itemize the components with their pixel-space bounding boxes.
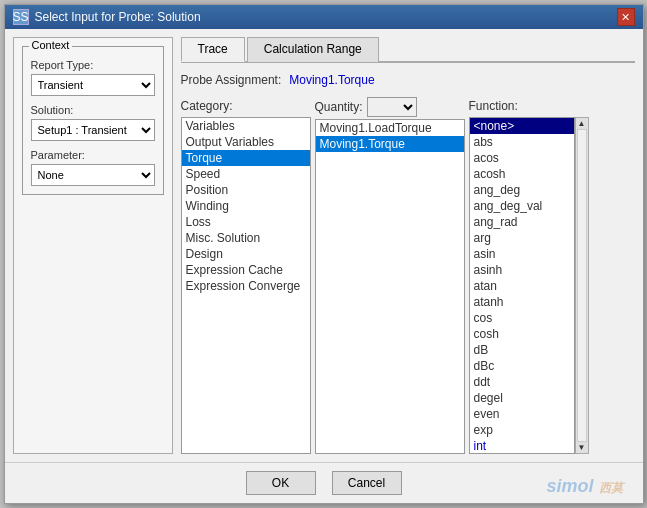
content-area: Context Report Type: Transient Solution:…: [5, 29, 643, 462]
list-item[interactable]: Expression Converge: [182, 278, 310, 294]
quantity-header-row: Quantity:: [315, 97, 465, 117]
function-header: Function:: [469, 97, 589, 115]
solution-row: Solution: Setup1 : Transient: [31, 104, 155, 141]
solution-select[interactable]: Setup1 : Transient: [31, 119, 155, 141]
list-item[interactable]: asinh: [470, 262, 574, 278]
title-bar: SS Select Input for Probe: Solution ✕: [5, 5, 643, 29]
list-item[interactable]: Position: [182, 182, 310, 198]
list-item[interactable]: Moving1.Torque: [316, 136, 464, 152]
cancel-button[interactable]: Cancel: [332, 471, 402, 495]
function-column: Function: <none>absacosacoshang_degang_d…: [469, 97, 589, 454]
list-item[interactable]: dBc: [470, 358, 574, 374]
probe-assignment-value: Moving1.Torque: [289, 73, 374, 87]
list-item[interactable]: arg: [470, 230, 574, 246]
quantity-column: Quantity: Moving1.LoadTorqueMoving1.Torq…: [315, 97, 465, 454]
list-item[interactable]: exp: [470, 422, 574, 438]
list-item[interactable]: acosh: [470, 166, 574, 182]
probe-assignment-label: Probe Assignment:: [181, 73, 282, 87]
category-header: Category:: [181, 97, 311, 115]
list-item[interactable]: atan: [470, 278, 574, 294]
list-item[interactable]: Misc. Solution: [182, 230, 310, 246]
list-item[interactable]: degel: [470, 390, 574, 406]
list-item[interactable]: Torque: [182, 150, 310, 166]
scroll-down-arrow[interactable]: ▼: [578, 443, 586, 452]
dialog-title: Select Input for Probe: Solution: [35, 10, 201, 24]
columns-area: Category: VariablesOutput VariablesTorqu…: [181, 97, 635, 454]
report-type-label: Report Type:: [31, 59, 155, 71]
list-item[interactable]: Variables: [182, 118, 310, 134]
probe-assignment-row: Probe Assignment: Moving1.Torque: [181, 69, 635, 91]
list-item[interactable]: ddt: [470, 374, 574, 390]
parameter-select[interactable]: None: [31, 164, 155, 186]
list-item[interactable]: dB: [470, 342, 574, 358]
list-item[interactable]: Loss: [182, 214, 310, 230]
parameter-label: Parameter:: [31, 149, 155, 161]
list-item[interactable]: cosh: [470, 326, 574, 342]
list-item[interactable]: Design: [182, 246, 310, 262]
list-item[interactable]: Expression Cache: [182, 262, 310, 278]
dialog-icon: SS: [13, 9, 29, 25]
tab-trace[interactable]: Trace: [181, 37, 245, 62]
solution-label: Solution:: [31, 104, 155, 116]
list-item[interactable]: atanh: [470, 294, 574, 310]
report-type-row: Report Type: Transient: [31, 59, 155, 96]
list-item[interactable]: asin: [470, 246, 574, 262]
list-item[interactable]: Speed: [182, 166, 310, 182]
category-list[interactable]: VariablesOutput VariablesTorqueSpeedPosi…: [181, 117, 311, 454]
quantity-header: Quantity:: [315, 98, 363, 116]
function-list[interactable]: <none>absacosacoshang_degang_deg_valang_…: [469, 117, 575, 454]
category-column: Category: VariablesOutput VariablesTorqu…: [181, 97, 311, 454]
list-item[interactable]: Moving1.LoadTorque: [316, 120, 464, 136]
list-item[interactable]: Output Variables: [182, 134, 310, 150]
context-group: Context Report Type: Transient Solution:…: [22, 46, 164, 195]
list-item[interactable]: <none>: [470, 118, 574, 134]
parameter-row: Parameter: None: [31, 149, 155, 186]
quantity-dropdown[interactable]: [367, 97, 417, 117]
list-item[interactable]: acos: [470, 150, 574, 166]
list-item[interactable]: ang_rad: [470, 214, 574, 230]
function-scrollbar[interactable]: ▲ ▼: [575, 117, 589, 454]
list-item[interactable]: int: [470, 438, 574, 454]
title-bar-left: SS Select Input for Probe: Solution: [13, 9, 201, 25]
tab-calculation-range[interactable]: Calculation Range: [247, 37, 379, 62]
list-item[interactable]: cos: [470, 310, 574, 326]
right-panel: Trace Calculation Range Probe Assignment…: [181, 37, 635, 454]
report-type-select[interactable]: Transient: [31, 74, 155, 96]
list-item[interactable]: ang_deg_val: [470, 198, 574, 214]
list-item[interactable]: Winding: [182, 198, 310, 214]
scroll-track: [577, 129, 587, 442]
watermark: simol 西莫: [546, 476, 622, 497]
close-button[interactable]: ✕: [617, 8, 635, 26]
list-item[interactable]: abs: [470, 134, 574, 150]
list-item[interactable]: even: [470, 406, 574, 422]
ok-button[interactable]: OK: [246, 471, 316, 495]
left-panel: Context Report Type: Transient Solution:…: [13, 37, 173, 454]
quantity-list[interactable]: Moving1.LoadTorqueMoving1.Torque: [315, 119, 465, 454]
list-item[interactable]: ang_deg: [470, 182, 574, 198]
context-group-title: Context: [29, 39, 73, 51]
tab-bar: Trace Calculation Range: [181, 37, 635, 63]
dialog: SS Select Input for Probe: Solution ✕ Co…: [4, 4, 644, 504]
scroll-up-arrow[interactable]: ▲: [578, 119, 586, 128]
footer: OK Cancel simol 西莫: [5, 462, 643, 503]
